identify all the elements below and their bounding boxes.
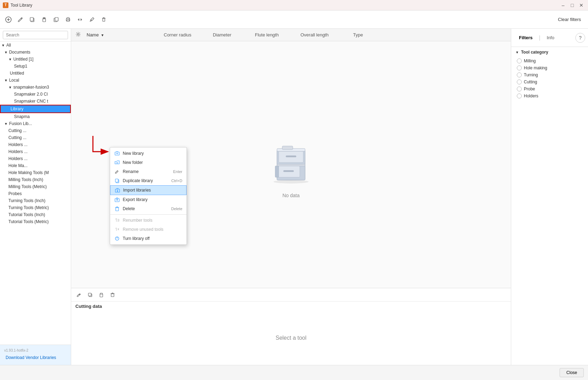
edit-cutting-data-button[interactable] — [74, 290, 84, 300]
menu-item-import-libraries[interactable]: Import libraries — [110, 185, 187, 195]
paste-cutting-data-button[interactable] — [96, 290, 106, 300]
import-libraries-icon — [115, 187, 120, 193]
paste-button[interactable] — [39, 14, 50, 25]
settings-col[interactable] — [75, 32, 87, 38]
radio-holders[interactable]: Holders — [515, 92, 584, 99]
flute-length-col-header: Flute length — [255, 32, 300, 37]
svg-rect-4 — [30, 18, 33, 21]
tree-item-snapmaker20[interactable]: Snapmaker 2.0 Cl — [0, 91, 71, 98]
svg-point-40 — [273, 180, 309, 184]
copy-button[interactable] — [27, 14, 38, 25]
copy-cutting-data-button[interactable] — [85, 290, 95, 300]
radio-turning[interactable]: Turning — [515, 71, 584, 78]
tree-item-snapmaker-fusion[interactable]: ▼ snapmaker-fusion3 — [0, 84, 71, 91]
tree-item-holders1[interactable]: Holders ... — [0, 141, 71, 148]
maximize-button[interactable]: □ — [568, 1, 576, 9]
tree-item-tutorial-inch[interactable]: Tutorial Tools (Inch) — [0, 211, 71, 218]
menu-item-rename[interactable]: Rename Enter — [110, 167, 187, 176]
tree-item-milling-metric[interactable]: Milling Tools (Metric) — [0, 183, 71, 190]
tab-divider: | — [539, 35, 540, 41]
menu-label: New library — [123, 151, 144, 156]
name-col-header[interactable]: Name ▼ — [87, 32, 164, 37]
tree-label: Hole Ma... — [8, 163, 28, 168]
delete-cutting-data-button[interactable] — [108, 290, 117, 300]
tree-label: All — [6, 43, 11, 48]
clear-filters-button[interactable]: Clear filters — [554, 15, 585, 23]
tree-item-snapma[interactable]: Snapma — [0, 113, 71, 120]
close-window-button[interactable]: ✕ — [577, 1, 585, 9]
tree-item-milling-inch[interactable]: Milling Tools (Inch) — [0, 176, 71, 183]
tree-item-hole-making[interactable]: Hole Ma... — [0, 162, 71, 169]
new-library-icon — [114, 151, 120, 156]
sidebar: ▼ All ▼ Documents ▼ Untitled [1] Setup1 — [0, 29, 71, 365]
tree-arrow: ▼ — [4, 122, 8, 126]
tree-item-snapmaker-cnc[interactable]: Snapmaker CNC t — [0, 98, 71, 105]
minimize-button[interactable]: – — [559, 1, 567, 9]
menu-item-new-library[interactable]: New library — [110, 149, 187, 158]
menu-separator — [110, 214, 187, 215]
section-arrow-icon: ▼ — [515, 50, 519, 54]
menu-item-turn-library-off[interactable]: Turn library off — [110, 234, 187, 243]
help-button[interactable]: ? — [575, 33, 585, 43]
tree-item-holders2[interactable]: Holders ... — [0, 148, 71, 155]
svg-rect-38 — [283, 170, 294, 172]
merge-button[interactable] — [74, 14, 86, 25]
tree-item-local[interactable]: ▼ Local — [0, 77, 71, 84]
tree-item-cutting1[interactable]: Cutting ... — [0, 127, 71, 134]
print-button[interactable] — [62, 14, 74, 25]
duplicate-button[interactable] — [50, 14, 62, 25]
tool-category-section: ▼ Tool category Milling Hole making Turn… — [511, 47, 588, 102]
delete-tool-button[interactable] — [98, 14, 109, 25]
app-footer: Close — [0, 365, 588, 380]
section-label: Tool category — [521, 50, 548, 55]
tree-item-untitled[interactable]: Untitled — [0, 70, 71, 77]
tree-item-fusion-lib[interactable]: ▼ Fusion Lib... — [0, 120, 71, 127]
tree-label: Library — [11, 106, 23, 111]
tree-item-setup1[interactable]: Setup1 — [0, 63, 71, 70]
right-panel-tabs: Filters | Info ? — [511, 29, 588, 47]
tab-filters[interactable]: Filters — [514, 33, 538, 42]
menu-label: Renumber tools — [123, 218, 153, 223]
tree-item-library[interactable]: Library — [0, 105, 71, 113]
search-input[interactable] — [3, 31, 68, 39]
svg-rect-23 — [115, 179, 118, 182]
radio-circle-hole-making — [517, 65, 522, 70]
annotate-button[interactable] — [86, 14, 97, 25]
menu-label: Export library — [123, 197, 148, 202]
menu-item-duplicate-library[interactable]: Duplicate library Ctrl+D — [110, 176, 187, 185]
duplicate-library-icon — [114, 178, 120, 184]
tree-item-turning-inch[interactable]: Turning Tools (Inch) — [0, 197, 71, 204]
tab-info[interactable]: Info — [542, 33, 559, 42]
menu-label: Delete — [123, 206, 135, 211]
sort-arrow-icon: ▼ — [101, 33, 104, 37]
radio-cutting[interactable]: Cutting — [515, 78, 584, 85]
tool-category-header[interactable]: ▼ Tool category — [515, 50, 584, 55]
cutting-data-label: Cutting data — [71, 302, 511, 311]
radio-circle-cutting — [517, 80, 522, 84]
menu-label: Rename — [123, 169, 138, 174]
download-vendor-libraries-button[interactable]: Download Vendor Libraries — [3, 353, 68, 362]
tree-item-tutorial-metric[interactable]: Tutorial Tools (Metric) — [0, 218, 71, 225]
close-button[interactable]: Close — [560, 368, 584, 377]
tree-item-all[interactable]: ▼ All — [0, 42, 71, 49]
radio-milling[interactable]: Milling — [515, 57, 584, 64]
radio-hole-making[interactable]: Hole making — [515, 64, 584, 71]
tree-item-untitled1[interactable]: ▼ Untitled [1] — [0, 56, 71, 63]
bottom-toolbar — [71, 288, 511, 302]
table-header: Name ▼ Corner radius Diameter Flute leng… — [71, 29, 511, 41]
add-tool-button[interactable] — [3, 14, 14, 25]
tree-item-holders3[interactable]: Holders ... — [0, 155, 71, 162]
tree-item-probes[interactable]: Probes — [0, 190, 71, 197]
tree-item-cutting2[interactable]: Cutting ... — [0, 134, 71, 141]
menu-item-remove-unused-tools: Remove unused tools — [110, 225, 187, 234]
edit-button[interactable] — [15, 14, 26, 25]
tree-label: Untitled — [10, 71, 24, 76]
tree-item-turning-metric[interactable]: Turning Tools (Metric) — [0, 204, 71, 211]
menu-item-new-folder[interactable]: New folder — [110, 158, 187, 167]
right-panel: Filters | Info ? ▼ Tool category Milling — [511, 29, 588, 365]
tree-item-hole-making-tools[interactable]: Hole Making Tools (M — [0, 169, 71, 176]
tree-item-documents[interactable]: ▼ Documents — [0, 49, 71, 56]
menu-item-export-library[interactable]: Export library — [110, 195, 187, 204]
menu-item-delete[interactable]: Delete Delete — [110, 204, 187, 213]
radio-probe[interactable]: Probe — [515, 85, 584, 92]
